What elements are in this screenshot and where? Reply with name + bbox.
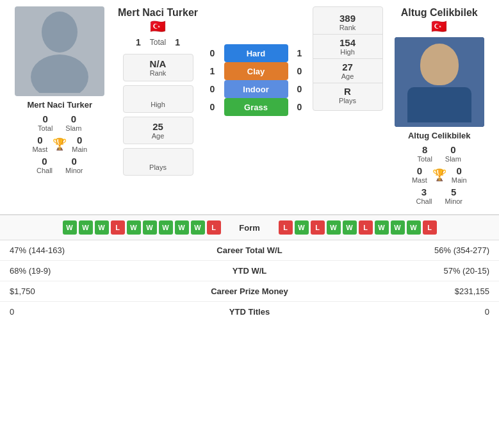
right-chall-label: Chall bbox=[416, 197, 432, 205]
surface-score-right-grass: 0 bbox=[293, 102, 306, 112]
form-badge-left-2: W bbox=[95, 220, 109, 235]
right-slam-label: Slam bbox=[445, 155, 461, 163]
left-player-silhouette bbox=[28, 10, 92, 93]
left-slam-label: Slam bbox=[65, 124, 81, 132]
left-mast-label: Mast bbox=[32, 145, 47, 153]
right-main-label: Main bbox=[452, 176, 467, 184]
plays-value bbox=[130, 153, 186, 163]
face-head bbox=[420, 44, 459, 85]
right-chall-stat: 3 Chall bbox=[416, 187, 432, 205]
form-badge-left-8: W bbox=[191, 220, 205, 235]
high-value bbox=[130, 90, 186, 101]
right-minor-label: Minor bbox=[445, 197, 463, 205]
stats-label-0: Career Total W/L bbox=[170, 245, 330, 255]
stats-left-0: 47% (144-163) bbox=[10, 245, 170, 255]
right-header-name: Altug Celikbilek bbox=[401, 6, 478, 19]
age-box: 25 Age bbox=[123, 117, 193, 144]
surface-score-right-hard: 1 bbox=[293, 48, 306, 58]
left-main-value: 0 bbox=[72, 135, 87, 145]
right-slam-stat: 0 Slam bbox=[445, 144, 461, 163]
total-right-score: 1 bbox=[171, 37, 184, 47]
right-mast-stat: 0 Mast bbox=[412, 165, 427, 184]
stats-left-2: $1,750 bbox=[10, 286, 170, 296]
right-age-box: 27 Age bbox=[313, 59, 382, 83]
left-chall-value: 0 bbox=[37, 156, 53, 167]
left-trophy-row: 0 Mast 🏆 0 Main bbox=[32, 135, 87, 153]
surface-score-right-clay: 0 bbox=[293, 66, 306, 76]
left-main-label: Main bbox=[72, 145, 87, 153]
right-high-label: High bbox=[313, 48, 382, 56]
right-high-value: 154 bbox=[313, 37, 382, 48]
left-header-name: Mert Naci Turker bbox=[118, 6, 198, 19]
form-badge-left-5: W bbox=[143, 220, 157, 235]
form-badge-right-2: L bbox=[311, 220, 325, 235]
right-rank-label: Rank bbox=[313, 24, 382, 31]
left-chall-label: Chall bbox=[37, 167, 53, 174]
form-badge-left-3: L bbox=[111, 220, 125, 235]
right-age-label: Age bbox=[313, 72, 382, 80]
right-player-name: Altug Celikbilek bbox=[408, 131, 471, 140]
stats-label-2: Career Prize Money bbox=[170, 286, 330, 296]
svg-point-1 bbox=[31, 54, 88, 93]
right-main-value: 0 bbox=[452, 165, 467, 176]
stats-right-3: 0 bbox=[329, 307, 489, 317]
surface-row-indoor: 0 Indoor 0 bbox=[206, 80, 306, 98]
surface-row-hard: 0 Hard 1 bbox=[206, 44, 306, 62]
left-slam-stat: 0 Slam bbox=[65, 113, 81, 132]
surface-score-left-indoor: 0 bbox=[206, 84, 219, 94]
form-badge-right-7: W bbox=[391, 220, 405, 235]
left-minor-label: Minor bbox=[65, 167, 83, 174]
right-trophy-row: 0 Mast 🏆 0 Main bbox=[412, 165, 467, 184]
svg-point-0 bbox=[42, 12, 78, 53]
form-badge-right-4: W bbox=[343, 220, 357, 235]
form-badge-right-6: W bbox=[375, 220, 389, 235]
surface-btn-hard[interactable]: Hard bbox=[224, 44, 288, 62]
surface-score-left-grass: 0 bbox=[206, 102, 219, 112]
plays-label: Plays bbox=[130, 163, 186, 171]
form-badge-right-0: L bbox=[279, 220, 293, 235]
right-rank-box: 389 Rank bbox=[313, 10, 382, 35]
left-total-label: Total bbox=[38, 124, 53, 132]
left-player-section: Mert Naci Turker 0 Total 0 Slam 0 Mast 🏆 bbox=[6, 6, 113, 177]
age-label: Age bbox=[130, 132, 186, 140]
right-face bbox=[395, 37, 484, 127]
left-player-name: Mert Naci Turker bbox=[27, 100, 92, 110]
form-badge-right-9: L bbox=[423, 220, 437, 235]
right-total-value: 8 bbox=[418, 144, 432, 155]
left-main-stat: 0 Main bbox=[72, 135, 87, 153]
right-age-value: 27 bbox=[313, 62, 382, 72]
surface-btn-indoor[interactable]: Indoor bbox=[224, 80, 288, 98]
left-flag: 🇹🇷 bbox=[150, 19, 166, 34]
left-total-value: 0 bbox=[38, 113, 53, 124]
form-badge-left-7: W bbox=[175, 220, 189, 235]
right-stats-box: 389 Rank 154 High 27 Age R Plays bbox=[313, 6, 383, 111]
surface-btn-clay[interactable]: Clay bbox=[224, 62, 288, 80]
right-mast-value: 0 bbox=[412, 165, 427, 176]
right-total-label: Total bbox=[418, 155, 432, 163]
surface-row-grass: 0 Grass 0 bbox=[206, 98, 306, 116]
left-chall-stat: 0 Chall bbox=[37, 156, 53, 174]
rank-label: Rank bbox=[130, 69, 186, 77]
right-high-box: 154 High bbox=[313, 35, 382, 59]
stats-row-2: $1,750 Career Prize Money $231,155 bbox=[0, 281, 499, 302]
left-mast-stat: 0 Mast bbox=[32, 135, 47, 153]
stats-row-1: 68% (19-9) YTD W/L 57% (20-15) bbox=[0, 261, 499, 281]
right-mast-label: Mast bbox=[412, 176, 427, 184]
surface-btn-grass[interactable]: Grass bbox=[224, 98, 288, 116]
rank-value: N/A bbox=[130, 58, 186, 69]
right-main-stat: 0 Main bbox=[452, 165, 467, 184]
left-player-avatar bbox=[15, 6, 104, 96]
form-badge-right-1: W bbox=[295, 220, 309, 235]
right-total-stat: 8 Total bbox=[418, 144, 432, 163]
right-minor-stat: 5 Minor bbox=[445, 187, 463, 205]
stats-right-2: $231,155 bbox=[329, 286, 489, 296]
total-label: Total bbox=[150, 38, 166, 47]
left-slam-value: 0 bbox=[65, 113, 81, 124]
stats-left-1: 68% (19-9) bbox=[10, 266, 170, 276]
face-body bbox=[407, 87, 471, 122]
right-chall-value: 3 bbox=[416, 187, 432, 197]
stats-left-3: 0 bbox=[10, 307, 170, 317]
right-slam-value: 0 bbox=[445, 144, 461, 155]
form-badge-left-9: L bbox=[207, 220, 221, 235]
surface-score-right-indoor: 0 bbox=[293, 84, 306, 94]
